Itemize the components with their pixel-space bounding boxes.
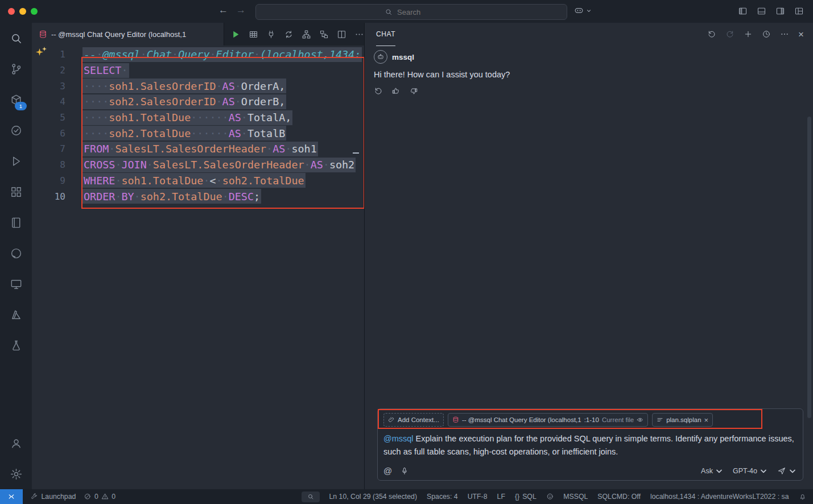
tools-icon xyxy=(31,493,39,501)
code-token: · xyxy=(216,175,222,187)
selection-highlight: WHERE·soh1.TotalDue·<·soh2.TotalDue xyxy=(82,173,306,188)
scrollbar-thumb[interactable] xyxy=(807,117,811,418)
mode-dropdown[interactable]: Ask xyxy=(701,466,724,476)
code-token: AS xyxy=(273,143,285,155)
line-number[interactable]: 9 xyxy=(32,175,65,186)
regenerate-icon[interactable] xyxy=(374,86,383,96)
split-editor-icon[interactable] xyxy=(337,30,346,39)
eye-icon[interactable] xyxy=(637,416,643,423)
current-file-chip[interactable]: -- @mssql Chat Query Editor (localhost,1… xyxy=(448,413,648,427)
layout-controls xyxy=(738,6,804,16)
line-number[interactable]: 3 xyxy=(32,81,65,92)
connect-plug-icon[interactable] xyxy=(266,30,276,39)
forward-icon[interactable]: → xyxy=(236,5,246,16)
activity-github[interactable] xyxy=(0,238,32,268)
minimize-window-button[interactable] xyxy=(19,8,26,15)
activity-database-projects[interactable] xyxy=(0,330,32,361)
plan-file-chip[interactable]: plan.sqlplan × xyxy=(652,413,713,427)
activity-extensions[interactable] xyxy=(0,176,32,207)
close-window-button[interactable] xyxy=(8,8,15,15)
line-number[interactable]: 6 xyxy=(32,128,65,139)
indentation-item[interactable]: Spaces: 4 xyxy=(427,493,458,501)
activity-source-control[interactable] xyxy=(0,53,32,84)
chat-message-header: mssql xyxy=(374,50,804,64)
more-actions-icon[interactable] xyxy=(780,30,789,39)
problems-item[interactable]: 0 0 xyxy=(84,493,115,501)
schema-icon[interactable] xyxy=(302,30,311,39)
line-number[interactable]: 5 xyxy=(32,112,65,123)
model-dropdown[interactable]: GPT-4o xyxy=(733,466,768,476)
activity-remote-targets[interactable] xyxy=(0,268,32,299)
activity-search[interactable] xyxy=(0,23,32,53)
command-center-search[interactable] xyxy=(255,4,567,20)
code-area[interactable]: 1--·@mssql·Chat·Query·Editor·(localhost,… xyxy=(32,46,364,489)
status-bar: Launchpad 0 0 Ln 10, Col 29 (354 selecte… xyxy=(0,489,813,504)
line-number[interactable]: 4 xyxy=(32,96,65,107)
launchpad-item[interactable]: Launchpad xyxy=(31,493,76,501)
run-query-icon[interactable] xyxy=(231,30,241,39)
activity-settings[interactable] xyxy=(0,458,32,489)
language-item[interactable]: {}SQL xyxy=(515,493,537,501)
warning-icon xyxy=(101,493,109,501)
new-chat-icon[interactable] xyxy=(744,30,753,39)
activity-remote-explorer[interactable]: 1 xyxy=(0,84,32,115)
copilot-menu-button[interactable] xyxy=(573,5,592,16)
zoom-window-button[interactable] xyxy=(31,8,38,15)
line-number[interactable]: 7 xyxy=(32,143,65,154)
editor-tab[interactable]: -- @mssql Chat Query Editor (localhost,1 xyxy=(32,23,224,46)
change-connection-icon[interactable] xyxy=(284,30,294,39)
code-line: 8CROSS·JOIN·SalesLT.SalesOrderHeader·AS·… xyxy=(32,157,364,173)
results-grid-icon[interactable] xyxy=(249,30,258,39)
encoding-item[interactable]: UTF-8 xyxy=(468,493,488,501)
robot-avatar-icon xyxy=(374,50,387,64)
remote-indicator[interactable] xyxy=(0,489,23,504)
activity-azure[interactable] xyxy=(0,299,32,330)
toggle-secondary-sidebar-icon[interactable] xyxy=(775,6,785,16)
cursor-position-label: Ln 10, Col 29 (354 selected) xyxy=(329,493,418,501)
copilot-sparkle-icon[interactable] xyxy=(36,48,43,56)
cursor-position-item[interactable]: Ln 10, Col 29 (354 selected) xyxy=(329,493,418,501)
mssql-item[interactable]: MSSQL xyxy=(563,493,588,501)
estimated-plan-icon[interactable] xyxy=(319,30,329,39)
thumbs-up-icon[interactable] xyxy=(391,86,401,96)
redo-icon[interactable] xyxy=(725,30,734,39)
mic-icon[interactable] xyxy=(400,466,409,476)
restore-chat-icon[interactable] xyxy=(707,30,716,39)
toggle-primary-sidebar-icon[interactable] xyxy=(738,6,748,16)
send-button[interactable] xyxy=(777,466,797,476)
code-token: · xyxy=(254,48,260,60)
history-icon[interactable] xyxy=(762,30,771,39)
tab-chat[interactable]: CHAT xyxy=(376,23,395,46)
toggle-panel-icon[interactable] xyxy=(757,6,766,16)
back-icon[interactable]: ← xyxy=(218,5,228,16)
eol-item[interactable]: LF xyxy=(497,493,505,501)
line-number[interactable]: 8 xyxy=(32,159,65,170)
line-number[interactable]: 10 xyxy=(32,191,65,202)
code-token: -- xyxy=(84,48,96,60)
selection-highlight: --·@mssql·Chat·Query·Editor·(localhost,1… xyxy=(82,47,362,62)
add-context-chip[interactable]: Add Context... xyxy=(383,413,444,427)
code-token: BY xyxy=(121,191,134,203)
sqlcmd-item[interactable]: SQLCMD: Off xyxy=(597,493,641,501)
code-token: ······ xyxy=(191,111,228,123)
activity-run-debug[interactable] xyxy=(0,146,32,176)
thumbs-down-icon[interactable] xyxy=(409,86,418,96)
activity-docs[interactable] xyxy=(0,207,32,238)
remove-chip-icon[interactable]: × xyxy=(704,416,709,424)
notifications-item[interactable] xyxy=(799,493,807,501)
close-icon[interactable]: × xyxy=(798,30,804,39)
mention-icon[interactable]: @ xyxy=(383,466,392,476)
text-cursor xyxy=(353,152,359,154)
activity-accounts[interactable] xyxy=(0,428,32,458)
zoom-indicator-button[interactable] xyxy=(302,491,320,502)
customize-layout-icon[interactable] xyxy=(794,6,804,16)
model-label: GPT-4o xyxy=(733,467,757,475)
connection-item[interactable]: localhost,1434 : AdventureWorksLT2022 : … xyxy=(650,493,789,501)
feedback-item[interactable] xyxy=(546,493,554,501)
activity-badge: 1 xyxy=(15,102,27,110)
chat-input-text[interactable]: @mssql Explain the execution plan for th… xyxy=(383,432,797,458)
line-number[interactable]: 2 xyxy=(32,65,65,76)
search-input[interactable] xyxy=(396,7,438,17)
more-actions-icon[interactable] xyxy=(354,30,364,39)
activity-testing[interactable] xyxy=(0,115,32,146)
